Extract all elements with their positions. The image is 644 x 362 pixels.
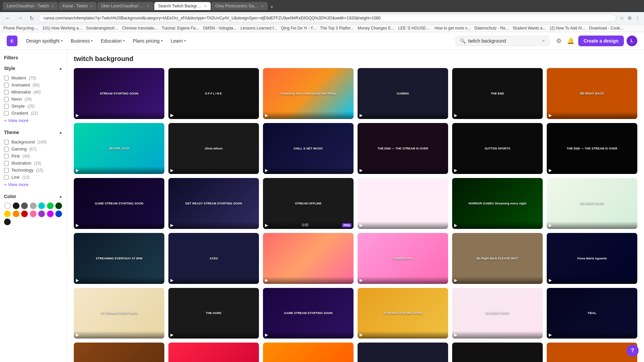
bookmark-item[interactable]: Qing Fei De Yi - Y... [281, 26, 316, 31]
star-icon[interactable]: ☆ [265, 345, 269, 350]
bookmark-icon[interactable]: ☆ [619, 15, 625, 21]
template-card[interactable]: GAME STREAM STARTING SOON ☆ ⋯ ▶ [263, 288, 354, 339]
search-clear-icon[interactable]: ✕ [542, 39, 545, 43]
template-card[interactable]: ☆ ⋯ ▶ [547, 343, 637, 362]
user-avatar[interactable]: L [627, 36, 637, 46]
card-menu-icon[interactable]: ⋯ [535, 235, 541, 241]
card-menu-icon[interactable]: ⋯ [441, 70, 446, 76]
create-design-button[interactable]: Create a design [578, 36, 624, 46]
template-card[interactable]: TIDAL ☆ ⋯ ▶ [547, 288, 637, 339]
play-icon[interactable]: ▶ [454, 113, 457, 118]
style-filter-item[interactable]: Gradient (22) [4, 110, 63, 117]
template-card[interactable]: ☆ ⋯ ▶ [74, 343, 164, 362]
template-card[interactable]: THE HARD ☆ ⋯ ▶ [168, 288, 259, 339]
color-swatch[interactable] [55, 202, 62, 209]
template-card[interactable]: IVY FEMME GOOD TIMES ☆ ⋯ ▶ [74, 288, 164, 339]
play-icon[interactable]: ▶ [454, 333, 457, 337]
play-icon[interactable]: ▶ [360, 278, 363, 283]
color-swatch[interactable] [21, 210, 28, 217]
bookmark-item[interactable]: Chinese translatio... [122, 26, 158, 31]
template-card[interactable]: ☆ ⋯ ▶ [168, 343, 259, 362]
template-card[interactable]: Estelle darcy ☆ ⋯ ▶ [263, 343, 354, 362]
play-icon[interactable]: ▶ [265, 223, 268, 228]
color-header[interactable]: Color ▲ [4, 194, 63, 199]
template-card[interactable]: ☆ ⋯ ▶ [263, 233, 354, 284]
card-menu-icon[interactable]: ⋯ [630, 180, 635, 186]
theme-filter-item[interactable]: Technology (15) [4, 167, 63, 174]
template-card[interactable]: ☆ ⋯ ▶ [358, 343, 448, 362]
extensions-icon[interactable]: ⚙ [627, 15, 633, 21]
star-icon[interactable]: ☆ [170, 235, 175, 240]
card-menu-icon[interactable]: ⋯ [157, 290, 162, 296]
card-menu-icon[interactable]: ⋯ [252, 180, 257, 186]
nav-learn[interactable]: Learn ▾ [167, 36, 189, 46]
template-card[interactable]: STREAM STARTING SOON ☆ ⋯ ▶ [74, 68, 164, 119]
color-swatch[interactable] [13, 210, 19, 217]
nav-education[interactable]: Education ▾ [97, 36, 128, 46]
color-swatch[interactable] [55, 210, 62, 217]
star-icon[interactable]: ☆ [76, 235, 80, 240]
address-bar[interactable]: canva.com/search/templates?q=Twitch%20Ba… [39, 14, 616, 22]
card-menu-icon[interactable]: ⋯ [535, 70, 541, 76]
card-menu-icon[interactable]: ⋯ [157, 235, 162, 241]
template-card[interactable]: CHILL & NET MUSIC ☆ ⋯ ▶ [263, 123, 354, 174]
star-icon[interactable]: ☆ [76, 180, 80, 185]
template-card[interactable]: THE END — THE STREAM IS OVER ☆ ⋯ ▶ [547, 123, 637, 174]
star-icon[interactable]: ☆ [170, 345, 175, 350]
play-icon[interactable]: ▶ [549, 168, 552, 173]
star-icon[interactable]: ☆ [360, 70, 364, 75]
bookmark-item[interactable]: Student Wants a... [513, 26, 546, 31]
template-card[interactable]: streaming every wednesday and friday ☆ ⋯… [263, 68, 354, 119]
browser-tab[interactable]: Search Twitch Background - C...✕ [154, 2, 211, 10]
card-menu-icon[interactable]: ⋯ [346, 290, 352, 296]
template-card[interactable]: HORROR GAMES Streaming every night ☆ ⋯ ▶ [452, 178, 543, 229]
bookmark-item[interactable]: How to get more v... [435, 26, 470, 31]
color-swatch[interactable] [13, 202, 19, 209]
star-icon[interactable]: ☆ [265, 70, 269, 75]
template-card[interactable]: ☆ ⋯ ▶ [358, 178, 448, 229]
card-menu-icon[interactable]: ⋯ [441, 235, 446, 241]
play-icon[interactable]: ▶ [360, 113, 363, 118]
play-icon[interactable]: ▶ [76, 223, 79, 228]
color-swatch[interactable] [47, 202, 54, 209]
template-card[interactable]: Be Right Back PLEASE WAIT ☆ ⋯ ▶ [452, 233, 543, 284]
card-menu-icon[interactable]: ⋯ [346, 70, 352, 76]
star-icon[interactable]: ☆ [454, 70, 459, 75]
tab-close-icon[interactable]: ✕ [261, 4, 264, 8]
template-card[interactable]: SUTTON SPORTS ☆ ⋯ ▶ [452, 123, 543, 174]
star-icon[interactable]: ☆ [265, 235, 269, 240]
tab-close-icon[interactable]: ✕ [204, 4, 207, 8]
star-icon[interactable]: ☆ [360, 290, 364, 295]
canva-logo[interactable]: c [7, 36, 17, 46]
star-icon[interactable]: ☆ [549, 70, 553, 75]
bookmark-item[interactable]: Sonderangebot!... [86, 26, 118, 31]
star-icon[interactable]: ☆ [170, 180, 175, 185]
tab-close-icon[interactable]: ✕ [90, 4, 93, 8]
style-filter-item[interactable]: Animated (50) [4, 81, 63, 88]
style-filter-item[interactable]: Minimalist (40) [4, 88, 63, 96]
star-icon[interactable]: ☆ [265, 180, 269, 185]
template-card[interactable]: GAMING ☆ ⋯ ▶ [358, 68, 448, 119]
star-icon[interactable]: ☆ [454, 180, 459, 185]
color-swatch[interactable] [47, 210, 54, 217]
template-card[interactable]: Fiona Maria Aguente ☆ ⋯ ▶ [547, 233, 637, 284]
template-card[interactable]: GET READY STREAM STARTING SOON ☆ ⋯ ▶ [168, 178, 259, 229]
play-icon[interactable]: ▶ [549, 223, 552, 228]
card-menu-icon[interactable]: ⋯ [630, 70, 635, 76]
card-menu-icon[interactable]: ⋯ [252, 235, 257, 241]
card-menu-icon[interactable]: ⋯ [441, 180, 446, 186]
template-card[interactable]: GAME STREAM STARTING SOON ☆ ⋯ ▶ [74, 178, 164, 229]
card-menu-icon[interactable]: ⋯ [441, 125, 446, 131]
bell-icon[interactable]: 🔔 [566, 36, 576, 46]
bookmark-item[interactable]: 101) How Working a... [42, 26, 82, 31]
search-bar[interactable]: 🔍 ✕ [455, 36, 549, 46]
theme-view-more[interactable]: + View more [4, 181, 63, 188]
play-icon[interactable]: ▶ [549, 333, 552, 337]
star-icon[interactable]: ☆ [170, 70, 175, 75]
bookmark-item[interactable]: Datenschutz - Re... [474, 26, 509, 31]
template-card[interactable]: olivia wilson ☆ ⋯ ▶ [168, 123, 259, 174]
star-icon[interactable]: ☆ [265, 290, 269, 295]
play-icon[interactable]: ▶ [170, 168, 173, 173]
forward-button[interactable]: → [15, 14, 25, 22]
star-icon[interactable]: ☆ [549, 345, 553, 350]
